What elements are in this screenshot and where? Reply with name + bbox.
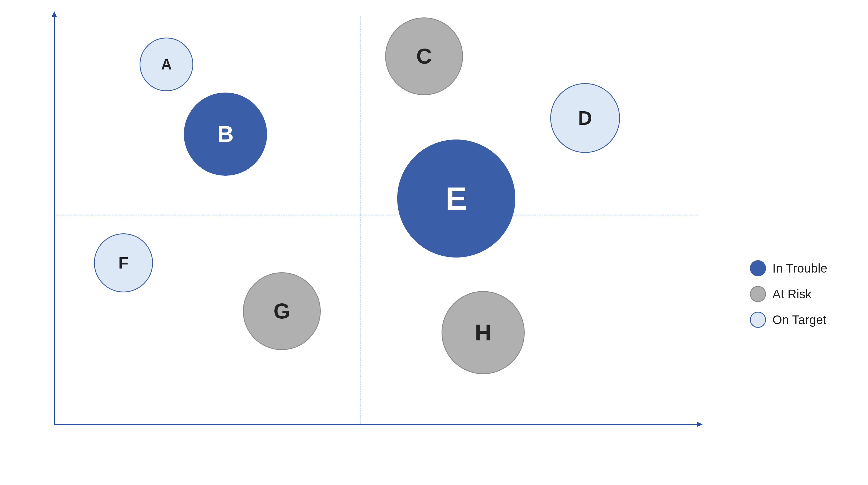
bubble-g: G <box>243 272 321 350</box>
bubble-c: C <box>385 18 463 95</box>
bubble-d: D <box>550 83 620 153</box>
bubble-a: A <box>140 38 193 91</box>
y-axis <box>54 16 55 424</box>
horizontal-divider <box>54 215 698 216</box>
legend-item-on-target: On Target <box>750 312 841 328</box>
legend-dot-on-target <box>750 312 766 328</box>
bubble-label-c: C <box>416 44 432 69</box>
bubble-label-f: F <box>118 254 128 272</box>
bubble-label-e: E <box>445 180 467 217</box>
bubble-e: E <box>397 139 515 258</box>
legend-dot-at-risk <box>750 286 766 302</box>
vertical-divider <box>360 16 361 424</box>
legend-item-at-risk: At Risk <box>750 286 841 302</box>
bubble-label-d: D <box>578 107 592 129</box>
legend-label-in-trouble: In Trouble <box>772 261 828 276</box>
bubble-f: F <box>94 233 153 292</box>
legend-item-in-trouble: In Trouble <box>750 260 841 276</box>
legend-box: In TroubleAt RiskOn Target <box>739 241 852 346</box>
bubble-h: H <box>441 291 525 374</box>
chart-container: ABCDEFGH <box>22 11 719 453</box>
legend-label-at-risk: At Risk <box>772 287 812 301</box>
bubble-label-g: G <box>274 299 290 324</box>
x-axis <box>54 424 698 425</box>
bubble-label-a: A <box>161 56 172 73</box>
legend-dot-in-trouble <box>750 260 766 276</box>
bubble-b: B <box>184 93 267 176</box>
bubble-label-b: B <box>217 121 234 147</box>
bubble-label-h: H <box>475 320 491 346</box>
legend-label-on-target: On Target <box>772 313 827 327</box>
